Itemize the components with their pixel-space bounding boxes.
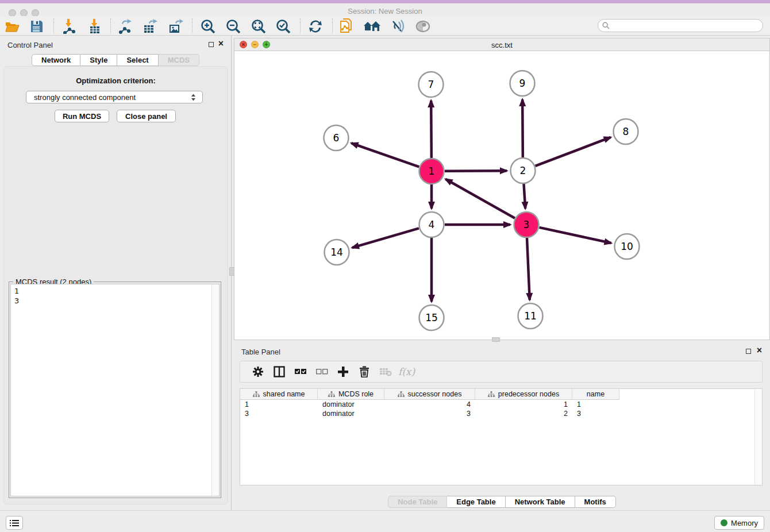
table-panel-title: Table Panel (241, 348, 280, 356)
import-network-icon[interactable] (59, 18, 79, 35)
cell-shared-name[interactable]: 3 (240, 409, 318, 418)
mcds-result-scrollbar[interactable] (211, 284, 219, 496)
edge-2-8[interactable] (536, 137, 611, 166)
refresh-layout-icon[interactable] (306, 18, 325, 35)
node-label: 14 (330, 246, 343, 258)
cell-MCDS-role[interactable]: dominator (318, 400, 384, 409)
float-panel-icon[interactable] (209, 42, 214, 47)
table-row[interactable]: 1dominator411 (240, 400, 762, 409)
cell-name[interactable]: 3 (572, 409, 619, 418)
mcds-result-value: 3 (14, 296, 219, 306)
node-10[interactable]: 10 (615, 234, 640, 259)
zoom-selected-icon[interactable] (274, 18, 293, 35)
control-panel: Control Panel × NetworkStyleSelectMCDS O… (0, 36, 232, 510)
table-scrollbar[interactable] (754, 389, 762, 485)
search-field[interactable] (598, 19, 763, 32)
optimization-criterion-dropdown[interactable]: strongly connected component (26, 91, 203, 103)
home-icon[interactable] (363, 18, 382, 35)
node-3[interactable]: 3 (514, 212, 539, 237)
open-session-icon[interactable] (3, 18, 22, 35)
close-panel-button[interactable]: Close panel (117, 110, 176, 122)
node-2[interactable]: 2 (511, 158, 536, 183)
edge-3-10[interactable] (539, 228, 611, 243)
edge-1-6[interactable] (351, 143, 419, 167)
float-table-panel-icon[interactable] (746, 349, 751, 354)
import-table-icon[interactable] (85, 18, 105, 35)
cell-shared-name[interactable]: 1 (240, 400, 318, 409)
zoom-fit-icon[interactable] (249, 18, 268, 35)
list-icon (10, 519, 19, 527)
tab-node-table[interactable]: Node Table (388, 496, 447, 508)
search-input[interactable] (613, 22, 763, 30)
edge-3-11[interactable] (527, 238, 530, 300)
zoom-in-icon[interactable] (198, 18, 218, 35)
node-9[interactable]: 9 (510, 71, 535, 96)
tab-motifs[interactable]: Motifs (575, 496, 616, 508)
tab-network-table[interactable]: Network Table (506, 496, 575, 508)
node-table[interactable]: shared nameMCDS rolesuccessor nodesprede… (240, 388, 763, 485)
hide-panels-icon[interactable] (388, 18, 407, 35)
node-label: 8 (623, 126, 629, 137)
close-table-panel-icon[interactable]: × (757, 345, 762, 356)
delete-column-icon[interactable] (353, 363, 375, 380)
cell-name[interactable]: 1 (572, 400, 619, 409)
new-network-from-selection-icon[interactable] (337, 18, 357, 35)
node-7[interactable]: 7 (419, 72, 444, 97)
node-11[interactable]: 11 (518, 303, 543, 329)
network-window-titlebar[interactable]: × − + scc.txt (234, 38, 769, 51)
tab-style[interactable]: Style (80, 54, 117, 66)
node-label: 1 (429, 165, 435, 177)
node-6[interactable]: 6 (324, 125, 349, 151)
tab-mcds[interactable]: MCDS (159, 54, 199, 66)
cell-MCDS-role[interactable]: dominator (318, 409, 384, 418)
vertical-split-grip[interactable] (492, 337, 500, 342)
export-table-icon[interactable] (140, 18, 160, 35)
run-mcds-button[interactable]: Run MCDS (55, 110, 109, 122)
add-column-icon[interactable] (332, 363, 353, 380)
node-8[interactable]: 8 (614, 119, 638, 144)
column-header-shared-name[interactable]: shared name (240, 389, 318, 400)
tab-edge-table[interactable]: Edge Table (447, 496, 505, 508)
table-panel: Table Panel × (234, 342, 770, 510)
window-titlebar: Session: New Session (0, 3, 770, 16)
export-network-icon[interactable] (116, 18, 135, 35)
close-panel-icon[interactable]: × (218, 38, 224, 49)
horizontal-split-grip[interactable] (229, 267, 234, 276)
task-history-button[interactable] (6, 516, 23, 530)
export-image-icon[interactable] (165, 18, 185, 35)
edge-2-3[interactable] (523, 184, 525, 209)
edge-4-14[interactable] (352, 228, 419, 248)
tab-network[interactable]: Network (32, 54, 80, 66)
column-header-MCDS-role[interactable]: MCDS role (318, 389, 384, 400)
deselect-all-icon[interactable] (311, 363, 332, 380)
cell-successor-nodes[interactable]: 3 (384, 409, 475, 418)
edge-1-2[interactable] (445, 171, 507, 171)
mcds-result-value: 1 (14, 286, 219, 296)
cell-predecessor-nodes[interactable]: 1 (475, 400, 572, 409)
show-panels-icon[interactable] (413, 18, 433, 35)
columns-icon[interactable] (268, 363, 290, 380)
column-header-name[interactable]: name (572, 389, 619, 400)
function-icon: f(x) (396, 363, 417, 380)
node-14[interactable]: 14 (325, 240, 349, 265)
table-row[interactable]: 3dominator323 (240, 409, 762, 418)
edge-1-7[interactable] (431, 101, 432, 158)
save-session-icon[interactable] (27, 18, 47, 35)
network-graph-canvas[interactable]: 7968124314101511 (234, 51, 769, 340)
node-15[interactable]: 15 (419, 305, 444, 330)
gear-icon[interactable] (247, 363, 268, 380)
select-all-icon[interactable] (290, 363, 311, 380)
edge-2-9[interactable] (522, 99, 523, 157)
cell-predecessor-nodes[interactable]: 2 (475, 409, 572, 418)
tab-select[interactable]: Select (117, 54, 158, 66)
cell-successor-nodes[interactable]: 4 (384, 400, 475, 409)
node-1[interactable]: 1 (419, 159, 444, 184)
column-header-successor-nodes[interactable]: successor nodes (384, 389, 475, 400)
node-4[interactable]: 4 (419, 212, 444, 237)
mcds-result-text[interactable]: 13 (10, 284, 220, 496)
edge-3-1[interactable] (445, 179, 515, 218)
application-window: Session: New Session (0, 0, 770, 532)
memory-button[interactable]: Memory (714, 516, 764, 530)
zoom-out-icon[interactable] (224, 18, 243, 35)
column-header-predecessor-nodes[interactable]: predecessor nodes (475, 389, 572, 400)
